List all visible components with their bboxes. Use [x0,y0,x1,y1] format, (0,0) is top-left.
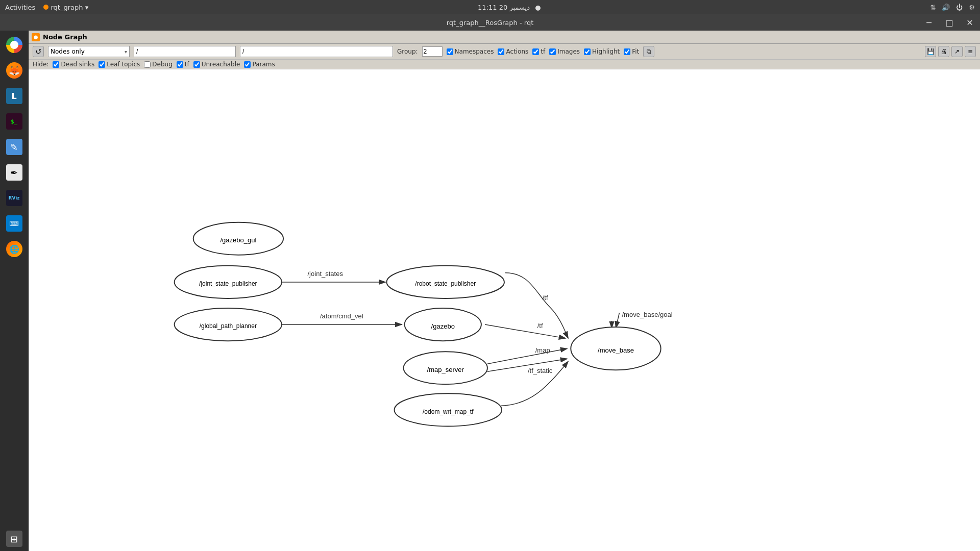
params-checkbox[interactable] [244,61,251,68]
debug-checkbox-label[interactable]: Debug [144,61,172,68]
close-button[interactable]: ✕ [960,14,980,31]
activities-label[interactable]: Activities [5,4,35,11]
sidebar-item-libreoffice[interactable]: L [2,84,27,108]
svg-text:/joint_states: /joint_states [308,270,344,278]
dead-sinks-checkbox[interactable] [53,61,59,68]
svg-text:/map_server: /map_server [427,366,464,373]
node-graph-window: ● Node Graph ↺ Nodes only ▾ Group: Names… [29,31,980,551]
unreachable-checkbox-label[interactable]: Unreachable [193,61,240,68]
images-checkbox[interactable] [549,48,556,55]
leaf-topics-checkbox-label[interactable]: Leaf topics [99,61,140,68]
svg-text:/global_path_planner: /global_path_planner [200,322,257,330]
network-icon[interactable]: ⇅ [930,4,936,11]
actions-checkbox[interactable] [498,48,504,55]
svg-line-6 [485,324,566,338]
group-label: Group: [397,48,418,55]
svg-text:/map: /map [535,346,550,354]
svg-text:/gazebo: /gazebo [431,322,455,330]
fit-checkbox[interactable] [624,48,630,55]
window-icon: ● [32,33,40,41]
tf-checkbox[interactable] [532,48,539,55]
view-mode-dropdown[interactable]: Nodes only ▾ [48,46,130,57]
sidebar-item-chrome[interactable] [2,33,27,57]
graph-svg: /joint_states /atom/cmd_vel /tf /tf /map [29,69,980,551]
fit-checkbox-label[interactable]: Fit [624,48,639,55]
graph-canvas[interactable]: /joint_states /atom/cmd_vel /tf /tf /map [29,69,980,551]
svg-text:/odom_wrt_map_tf: /odom_wrt_map_tf [423,408,474,415]
svg-line-8 [487,348,567,364]
export-icon[interactable]: ↗ [951,46,963,57]
sidebar-item-vscode[interactable]: ⌨ [2,211,27,236]
tf-checkbox-label[interactable]: tf [532,48,545,55]
params-checkbox-label[interactable]: Params [244,61,275,68]
tf2-checkbox-label[interactable]: tf [177,61,189,68]
svg-text:/move_base/goal: /move_base/goal [622,311,672,318]
window-title: rqt_graph__RosGraph - rqt [447,19,534,27]
topbar-right-icons: ⇅ 🔊 ⏻ ⚙ [930,4,975,11]
app-indicator: rqt_graph ▾ [43,4,88,11]
actions-checkbox-label[interactable]: Actions [498,48,528,55]
sidebar-item-gedit[interactable]: ✎ [2,135,27,159]
svg-line-14 [616,313,619,328]
sidebar-item-browser[interactable]: 🌐 [2,237,27,261]
unreachable-checkbox[interactable] [193,61,200,68]
settings-icon[interactable]: ⚙ [969,4,975,11]
svg-text:/atom/cmd_vel: /atom/cmd_vel [320,312,363,320]
window-titlebar: ● Node Graph [29,31,980,44]
svg-text:/tf: /tf [537,322,543,330]
highlight-checkbox[interactable] [584,48,591,55]
highlight-checkbox-label[interactable]: Highlight [584,48,620,55]
sidebar-item-grid[interactable]: ⊞ [2,527,27,551]
settings2-icon[interactable]: ≡ [965,46,976,57]
toolbar-row1: ↺ Nodes only ▾ Group: Namespaces Actions [29,44,980,60]
titlebar: rqt_graph__RosGraph - rqt ─ □ ✕ [0,14,980,31]
group-input[interactable] [422,46,443,57]
topbar-clock: 11:11 دیسمبر 20 ● [478,4,541,11]
minimize-button[interactable]: ─ [919,14,939,31]
main-layout: 🦊 L $_ ✎ ✒ RViz ⌨ 🌐 ⊞ [0,31,980,551]
namespaces-checkbox[interactable] [447,48,453,55]
filter-input-1[interactable] [134,46,236,57]
sidebar-item-inkscape[interactable]: ✒ [2,160,27,185]
dead-sinks-checkbox-label[interactable]: Dead sinks [53,61,94,68]
copy-button[interactable]: ⧉ [643,46,654,57]
toolbar-right-icons: 💾 🖨 ↗ ≡ [925,46,976,57]
filter-input-2[interactable] [240,46,393,57]
svg-text:/robot_state_publisher: /robot_state_publisher [415,280,476,287]
images-checkbox-label[interactable]: Images [549,48,580,55]
svg-text:/joint_state_publisher: /joint_state_publisher [199,280,257,287]
svg-text:/tf: /tf [543,294,548,302]
system-topbar: Activities rqt_graph ▾ 11:11 دیسمبر 20 ●… [0,0,980,14]
sidebar-item-terminal[interactable]: $_ [2,109,27,134]
leaf-topics-checkbox[interactable] [99,61,105,68]
restore-button[interactable]: □ [939,14,960,31]
debug-checkbox[interactable] [144,61,151,68]
sidebar-item-firefox[interactable]: 🦊 [2,58,27,83]
sidebar: 🦊 L $_ ✎ ✒ RViz ⌨ 🌐 ⊞ [0,31,29,551]
toolbar-row2: Hide: Dead sinks Leaf topics Debug tf [29,60,980,69]
content-area: ● Node Graph ↺ Nodes only ▾ Group: Names… [29,31,980,551]
print-icon[interactable]: 🖨 [938,46,949,57]
power-icon[interactable]: ⏻ [956,4,963,11]
svg-text:/move_base: /move_base [598,346,634,354]
titlebar-controls: ─ □ ✕ [919,14,980,31]
dropdown-arrow: ▾ [125,49,127,55]
svg-text:/tf_static: /tf_static [528,367,553,374]
window-title-label: Node Graph [43,33,87,41]
volume-icon[interactable]: 🔊 [942,4,950,11]
save-icon[interactable]: 💾 [925,46,936,57]
refresh-button[interactable]: ↺ [33,46,44,57]
sidebar-item-rviz[interactable]: RViz [2,186,27,210]
svg-text:/gazebo_gul: /gazebo_gul [220,236,256,244]
hide-label: Hide: [33,61,48,68]
namespaces-checkbox-label[interactable]: Namespaces [447,48,494,55]
topbar-left: Activities rqt_graph ▾ [5,4,88,11]
tf2-checkbox[interactable] [177,61,183,68]
